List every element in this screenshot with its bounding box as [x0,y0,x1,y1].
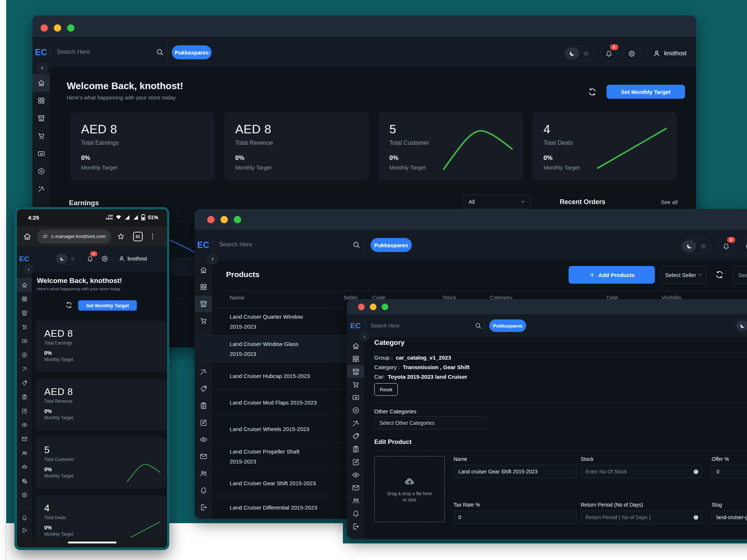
sidebar-item-close-circle[interactable] [17,348,32,362]
sidebar-item-magic-wand[interactable] [32,180,50,198]
sidebar-item-edit[interactable] [347,455,364,468]
sidebar-item-magic-wand[interactable] [17,362,32,376]
search-icon[interactable] [156,48,164,56]
bookmark-star-icon[interactable] [117,232,125,241]
menu-dots-icon[interactable] [149,232,157,241]
set-monthly-target-button[interactable]: Set Monthly Target [607,85,685,99]
return-period-field[interactable] [581,511,702,524]
sidebar-item-grid[interactable] [347,352,364,365]
sidebar-item-return[interactable] [32,145,50,162]
sidebar-item-clipboard[interactable] [17,390,32,404]
sidebar-item-store[interactable] [32,109,50,127]
image-dropzone[interactable]: Drag & drop a file here or click [374,456,445,522]
sidebar-item-cart[interactable] [347,378,364,391]
stock-field[interactable] [581,465,702,478]
refresh-icon[interactable] [587,87,597,97]
see-all-link[interactable]: See all [661,199,678,205]
gear-icon[interactable] [101,255,108,262]
maximize-window-button[interactable] [382,304,388,310]
sidebar-item-users[interactable] [347,494,364,507]
column-name[interactable]: Name [230,294,244,301]
select-seller-dropdown[interactable]: Select Seller [660,266,707,284]
minimize-window-button[interactable] [220,216,228,223]
sidebar-item-users[interactable] [17,446,32,460]
sidebar-item-edit[interactable] [17,404,32,418]
sidebar-collapse-button[interactable] [359,332,369,341]
url-bar[interactable]: c-manager.knothost.com [37,230,111,244]
theme-toggle[interactable] [55,253,79,265]
sidebar-item-home[interactable] [195,262,212,279]
sidebar-item-logout[interactable] [347,520,364,533]
sidebar-item-close-circle[interactable] [347,404,364,417]
sidebar-item-tag[interactable] [347,430,364,442]
sidebar-item-eye[interactable] [347,468,364,481]
sidebar-item-mail[interactable] [347,481,364,494]
sidebar-item-grid[interactable] [32,92,50,109]
notifications-button[interactable]: 0 [84,252,96,265]
settings-button[interactable] [623,45,640,62]
sidebar-item-mail[interactable] [17,432,32,446]
home-indicator[interactable] [68,542,117,543]
reset-button[interactable]: Reset [374,383,398,396]
tab-switcher[interactable]: 51 [133,232,143,241]
sidebar-item-close-circle[interactable] [32,162,50,180]
sidebar-item-store[interactable] [17,306,32,320]
close-window-button[interactable] [207,216,215,223]
refresh-icon[interactable] [715,270,725,280]
search-icon[interactable] [475,322,482,329]
maximize-window-button[interactable] [234,216,241,223]
sidebar-item-logout[interactable] [17,524,32,536]
sidebar-item-return[interactable] [347,391,364,404]
earnings-filter-dropdown[interactable]: All [463,195,531,209]
slug-field[interactable] [712,511,747,524]
notifications-button[interactable]: 0 [718,238,734,255]
close-window-button[interactable] [358,304,365,310]
search-input[interactable]: Search Here [219,241,252,248]
set-monthly-target-button[interactable]: Set Monthly Target [78,300,137,311]
close-window-button[interactable] [41,24,48,32]
add-products-button[interactable]: Add Products [569,266,655,284]
name-field[interactable] [454,465,577,478]
refresh-icon[interactable] [65,301,73,309]
sidebar-collapse-button[interactable] [207,254,218,265]
sidebar-item-return[interactable] [17,334,32,348]
maximize-window-button[interactable] [67,24,74,32]
products-search-field[interactable]: Search [733,266,747,284]
sidebar-item-grid[interactable] [17,292,32,306]
sidebar-item-cart[interactable] [17,320,32,334]
sidebar-item-home[interactable] [347,339,364,352]
sidebar-item-gear[interactable] [17,488,32,502]
sidebar-item-cart[interactable] [32,127,50,145]
workspace-badge[interactable]: Pukkaspares [489,319,526,332]
user-menu[interactable]: knothost [653,49,687,57]
settings-button[interactable] [740,238,747,255]
sidebar-item-clipboard[interactable] [347,442,364,455]
sidebar-item-home[interactable] [17,278,32,292]
minimize-window-button[interactable] [370,304,376,310]
select-other-categories[interactable]: Select Other Categories [374,416,486,430]
workspace-badge[interactable]: Pukkaspares [172,45,212,59]
sidebar-item-magic-wand[interactable] [347,417,364,430]
theme-toggle[interactable] [564,46,595,61]
sidebar-collapse-button[interactable] [24,265,33,274]
notifications-button[interactable]: 0 [601,45,618,62]
sidebar-item-users-group[interactable] [17,460,32,474]
sidebar-item-grid[interactable] [195,279,212,295]
theme-toggle[interactable] [681,239,712,253]
sidebar-item-store[interactable] [347,365,364,378]
search-input[interactable]: Search Here [371,323,400,329]
search-icon[interactable] [352,241,361,249]
theme-toggle[interactable] [735,319,747,332]
sidebar-item-eye[interactable] [17,418,32,432]
offer-field[interactable] [712,465,747,478]
search-input[interactable]: Search Here [57,49,90,55]
sidebar-item-home[interactable] [32,74,50,92]
sidebar-item-bell[interactable] [347,507,364,520]
sidebar-item-globe-clock[interactable] [17,474,32,488]
minimize-window-button[interactable] [54,24,61,32]
tax-field[interactable] [454,511,577,524]
sidebar-item-bell[interactable] [17,511,32,524]
workspace-badge[interactable]: Pukkaspares [371,238,412,252]
home-icon[interactable] [23,232,32,241]
sidebar-collapse-button[interactable] [37,63,48,73]
